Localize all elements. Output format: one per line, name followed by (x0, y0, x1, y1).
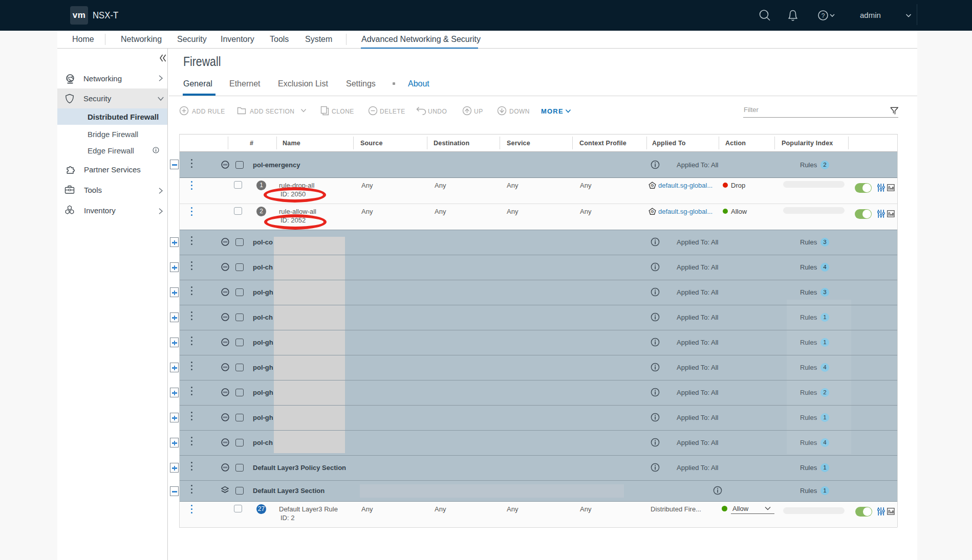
svg-text:?: ? (822, 12, 825, 19)
